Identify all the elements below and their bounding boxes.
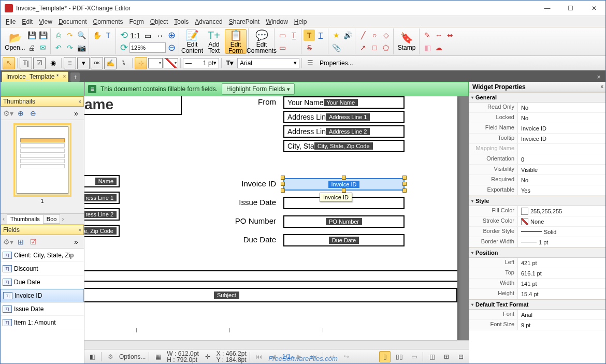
prop-row[interactable]: Width141 pt [469,279,605,289]
form-field-fragment[interactable]: Name [84,175,120,187]
options-gear-icon[interactable]: ⚙ [105,351,116,362]
actual-size-icon[interactable]: 1:1 [129,30,141,41]
highlight-icon[interactable]: T [304,30,315,41]
form-field[interactable]: City, StaCity, State, Zip Code [283,140,405,152]
fit-width-icon[interactable]: ↔ [154,30,166,41]
position-icon[interactable]: ✛ [202,351,213,362]
forward-icon[interactable]: ↪ [341,351,352,362]
listbox-icon[interactable]: ≡ [64,57,76,69]
form-field-fragment[interactable]: ress Line 1 [84,192,120,204]
blank2-icon[interactable] [103,42,114,53]
star-icon[interactable]: ★ [330,30,342,41]
prop-row[interactable]: ExportableYes [469,185,605,196]
menu-object[interactable]: Object [148,17,170,26]
stroke-color-swatch[interactable] [164,58,178,68]
field-item[interactable]: T|Invoice ID [1,289,84,302]
strikeout-icon[interactable]: S̶ [304,42,315,53]
rotate-ccw-icon[interactable]: ⟲ [118,30,129,41]
underline-icon[interactable]: T [315,30,326,41]
prop-row[interactable]: FontArial [469,310,605,320]
pencil-icon[interactable]: ✎ [422,30,433,41]
menu-file[interactable]: File [4,17,18,26]
single-page-icon[interactable]: ▯ [379,351,391,362]
field-item[interactable]: T|Discount [1,262,84,275]
form-field[interactable]: Your NameYour Name [283,96,405,109]
add-tab-button[interactable]: + [70,72,80,82]
prop-row[interactable]: Field NameInvoice ID [469,123,605,134]
prop-section[interactable]: General [469,92,605,103]
fill-color-swatch[interactable] [148,58,163,68]
prop-row[interactable]: Height15.4 pt [469,289,605,299]
field-item[interactable]: T|Item 1: Amount [1,316,84,329]
attach-icon[interactable]: 📎 [330,42,342,53]
prop-row[interactable]: Stroke ColorNone [469,216,605,227]
select-text-icon[interactable]: T [103,30,114,41]
arrow-icon[interactable]: ↗ [357,42,369,53]
tab-prev-icon[interactable]: ‹ [1,215,7,223]
rotate-cw-icon[interactable]: ⟳ [118,42,129,53]
prop-row[interactable]: LockedNo [469,113,605,123]
hand-icon[interactable]: ✋ [91,30,103,41]
menu-comments[interactable]: Comments [91,17,125,26]
highlight-fields-button[interactable]: Highlight Form Fields ▾ [222,83,294,95]
signature-icon[interactable]: ✍ [104,57,117,69]
prop-row[interactable]: Mapping Name [469,144,605,154]
prop-row[interactable]: Font Size9 pt [469,320,605,330]
thumb-more-icon[interactable]: » [70,108,82,119]
field-item[interactable]: T|Due Date [1,275,84,289]
prop-section[interactable]: Style [469,196,605,206]
fields-tree-icon[interactable]: ⊞ [15,236,26,247]
blank6[interactable] [444,42,456,53]
select-rect2-icon[interactable]: ▭ [277,42,288,53]
edit-form-button[interactable]: 📋 Edit Form [225,29,247,54]
prop-row[interactable]: TooltipInvoice ID [469,134,605,144]
redo-icon[interactable]: ↷ [64,42,76,53]
dimensions-icon[interactable]: ▦ [152,351,164,362]
print-icon[interactable]: 🖨 [26,42,37,53]
menu-help[interactable]: Help [292,17,309,26]
blank3[interactable] [288,42,299,53]
zoom-select[interactable] [129,42,166,53]
line-weight-select[interactable]: — 1 pt ▾ [183,58,219,68]
prop-row[interactable]: Read OnlyNo [469,103,605,113]
properties-label[interactable]: Properties... [318,60,355,67]
find-icon[interactable]: 🔍 [76,30,87,41]
prop-row[interactable]: VisibilityVisible [469,165,605,175]
close-fields-icon[interactable]: × [78,227,81,233]
properties-icon[interactable]: ☰ [304,57,316,69]
tab-thumbnails[interactable]: Thumbnails [7,214,44,224]
first-page-icon[interactable]: ⏮ [253,351,265,362]
prop-row[interactable]: Border StyleSolid [469,227,605,237]
circle-icon[interactable]: ○ [369,30,380,41]
stamp-button[interactable]: 🔖 Stamp [396,29,417,54]
menu-advanced[interactable]: Advanced [193,17,224,26]
sound-icon[interactable]: 🔊 [342,30,353,41]
blank4[interactable] [315,42,326,53]
close-tab-icon[interactable]: × [63,74,66,79]
prop-section[interactable]: Default Text Format [469,299,605,310]
fields-options-icon[interactable]: ⚙▾ [3,236,14,247]
page-viewport[interactable]: ame From Your NameYour NameAddress LinAd… [84,96,469,340]
edit-content-button[interactable]: 📝 Edit Content [181,29,203,54]
snap-icon[interactable]: ⊹ [135,57,147,69]
form-field[interactable]: Address LinAddress Line 2 [283,125,405,138]
field-item[interactable]: T|Client: City, State, Zip [1,249,84,262]
edit-comments-button[interactable]: 💬 Edit Comments [251,29,272,54]
font-select[interactable]: Arial▾ [237,58,299,68]
field-item[interactable]: T|Issue Date [1,302,84,316]
form-field[interactable]: Address LinAddress Line 1 [283,111,405,123]
continuous-icon[interactable]: ▯▯ [394,351,405,362]
close-thumbnails-icon[interactable]: × [78,99,81,105]
tab-bookmarks[interactable]: Boo [43,214,61,224]
save-all-icon[interactable]: 💾 [37,30,49,41]
select-rect-icon[interactable]: ▭ [277,30,288,41]
close-all-tabs-icon[interactable]: × [594,72,603,82]
zoom-out-icon[interactable]: ⊖ [166,42,177,53]
menu-view[interactable]: View [37,17,54,26]
options-label[interactable]: Options... [119,353,146,360]
line-icon[interactable]: ╱ [357,30,369,41]
add-text-button[interactable]: T+ Add Text [203,29,225,54]
fields-more-icon[interactable]: » [70,236,82,247]
form-field-fragment[interactable]: ress Line 2 [84,208,120,221]
undo-icon[interactable]: ↶ [53,42,64,53]
